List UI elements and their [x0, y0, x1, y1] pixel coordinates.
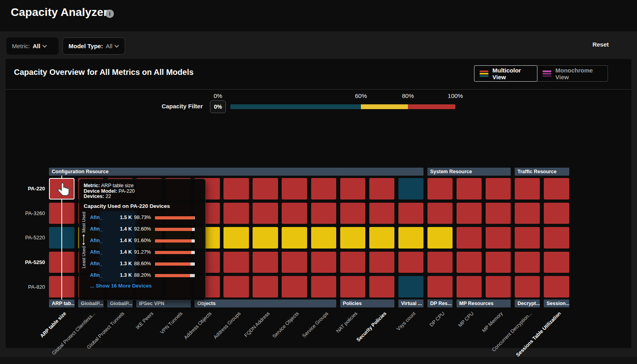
- heatmap-cell[interactable]: [253, 276, 278, 297]
- heatmap-cell[interactable]: [340, 227, 366, 249]
- heatmap-cell[interactable]: [457, 203, 482, 224]
- heatmap-cell[interactable]: [457, 227, 482, 249]
- metric-dropdown[interactable]: Metric: All: [6, 37, 59, 55]
- heatmap-cell[interactable]: [544, 276, 569, 297]
- info-icon[interactable]: i: [106, 10, 114, 18]
- multicolor-view-icon: [480, 70, 488, 77]
- device-percent: 98.73%: [133, 215, 151, 220]
- device-name-link[interactable]: Afin_: [90, 261, 102, 266]
- heatmap-cell[interactable]: [282, 252, 307, 273]
- device-row: Afin_1.3 K88.60%: [79, 261, 205, 267]
- device-name-link[interactable]: Afin_: [90, 215, 102, 220]
- heatmap-cell[interactable]: [340, 178, 366, 200]
- heatmap-cell[interactable]: [369, 178, 395, 200]
- heatmap-cell[interactable]: [253, 178, 278, 200]
- heatmap-cell[interactable]: [544, 227, 569, 249]
- device-value: 1.4 K: [112, 249, 132, 255]
- heatmap-cell[interactable]: [311, 276, 337, 297]
- heatmap-cell[interactable]: [398, 227, 424, 249]
- device-name-link[interactable]: Afin_: [90, 272, 102, 278]
- heatmap-cell[interactable]: [253, 252, 278, 273]
- heatmap-cell[interactable]: [398, 178, 424, 200]
- show-more-devices-link[interactable]: ... Show 16 More Devices: [90, 283, 152, 289]
- top-header: Capacity Analyzer i: [0, 0, 637, 32]
- heatmap-cell[interactable]: [340, 252, 366, 273]
- heatmap-cell[interactable]: [515, 203, 540, 224]
- device-percent: 91.60%: [133, 238, 151, 243]
- heatmap-cell[interactable]: [311, 252, 337, 273]
- row-label: PA-820: [6, 284, 45, 290]
- heatmap-cell[interactable]: [486, 178, 511, 200]
- device-usage-bar-fill: [155, 262, 190, 266]
- heatmap-cell[interactable]: [253, 227, 278, 249]
- device-usage-bar-fill: [155, 228, 192, 231]
- heatmap-cell[interactable]: [311, 203, 337, 224]
- heatmap-cell[interactable]: [369, 276, 395, 297]
- heatmap-cell[interactable]: [457, 178, 482, 200]
- device-value: 1.3 K: [112, 261, 132, 266]
- metric-group-label: Objects: [194, 299, 336, 307]
- device-value: 1.4 K: [112, 238, 132, 243]
- device-usage-bar: [155, 216, 195, 219]
- heatmap-cell[interactable]: [427, 276, 453, 297]
- column-group-header: Traffic Resource: [515, 168, 569, 176]
- device-usage-bar-fill: [155, 251, 191, 254]
- heatmap-cell[interactable]: [486, 276, 511, 297]
- heatmap-cell[interactable]: [282, 178, 307, 200]
- heatmap-cell[interactable]: [223, 227, 249, 249]
- heatmap-cell[interactable]: [340, 276, 366, 297]
- heatmap-cell[interactable]: [544, 178, 569, 200]
- heatmap-cell[interactable]: [486, 252, 511, 273]
- model-type-dropdown-label: Model Type:: [69, 43, 103, 49]
- tooltip-metric-line: Metric: ARP table size: [84, 183, 135, 189]
- icon-bar: [480, 75, 488, 77]
- heatmap-cell[interactable]: [515, 178, 540, 200]
- cell-tooltip: Metric: ARP table size Device Model: PA-…: [79, 179, 206, 300]
- heatmap-cell[interactable]: [340, 203, 366, 224]
- heatmap-cell[interactable]: [398, 276, 424, 297]
- heatmap-cell[interactable]: [311, 178, 337, 200]
- heatmap-cell[interactable]: [223, 178, 249, 200]
- metric-group-label: Session...: [544, 299, 569, 307]
- device-value: 1.5 K: [112, 215, 132, 220]
- heatmap-cell[interactable]: [486, 203, 511, 224]
- heatmap-cell[interactable]: [486, 227, 511, 249]
- heatmap-cell[interactable]: [457, 276, 482, 297]
- multicolor-view-button[interactable]: Multicolor View: [474, 65, 537, 82]
- heatmap-cell[interactable]: [515, 252, 540, 273]
- device-percent: 92.60%: [133, 226, 151, 232]
- tooltip-model-line: Device Model: PA-220: [84, 189, 135, 194]
- device-name-link[interactable]: Afin_: [90, 249, 102, 255]
- heatmap-cell[interactable]: [544, 203, 569, 224]
- device-usage-bar: [155, 239, 195, 243]
- heatmap-cell[interactable]: [282, 227, 307, 249]
- device-name-link[interactable]: Afin_: [90, 238, 102, 243]
- heatmap-cell[interactable]: [369, 203, 395, 224]
- icon-bar: [480, 70, 488, 72]
- model-type-dropdown[interactable]: Model Type: All: [63, 37, 125, 55]
- heatmap-cell[interactable]: [398, 203, 424, 224]
- heatmap-cell[interactable]: [223, 203, 249, 224]
- reset-button[interactable]: Reset: [592, 41, 609, 48]
- heatmap-cell[interactable]: [223, 252, 249, 273]
- heatmap-cell[interactable]: [427, 203, 453, 224]
- heatmap-cell[interactable]: [369, 252, 395, 273]
- heatmap-cell[interactable]: [427, 178, 453, 200]
- heatmap-cell[interactable]: [223, 276, 249, 297]
- column-group-header: System Resource: [427, 168, 511, 176]
- hand-cursor-icon: [57, 182, 71, 200]
- heatmap-cell[interactable]: [427, 227, 453, 249]
- heatmap-cell[interactable]: [427, 252, 453, 273]
- heatmap-cell[interactable]: [369, 227, 395, 249]
- heatmap-cell[interactable]: [282, 276, 307, 297]
- heatmap-cell[interactable]: [544, 252, 569, 273]
- device-name-link[interactable]: Afin_: [90, 226, 102, 232]
- heatmap-cell[interactable]: [398, 252, 424, 273]
- heatmap-cell[interactable]: [515, 276, 540, 297]
- heatmap-cell[interactable]: [282, 203, 307, 224]
- heatmap-cell[interactable]: [515, 227, 540, 249]
- heatmap-cell[interactable]: [311, 227, 337, 249]
- device-row: Afin_1.4 K92.60%: [79, 226, 205, 233]
- heatmap-cell[interactable]: [457, 252, 482, 273]
- heatmap-cell[interactable]: [253, 203, 278, 224]
